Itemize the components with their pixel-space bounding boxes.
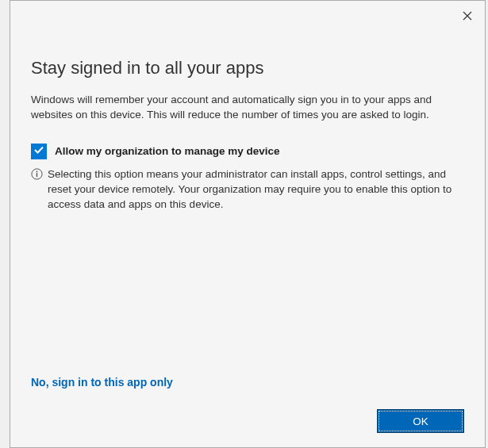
check-icon [33,144,44,159]
ok-button[interactable]: OK [377,409,464,433]
dialog-title: Stay signed in to all your apps [31,58,464,78]
info-text: Selecting this option means your adminis… [48,167,464,213]
manage-device-checkbox[interactable] [31,144,47,159]
signin-dialog: Stay signed in to all your apps Windows … [10,0,486,448]
svg-rect-2 [37,173,37,177]
info-row: Selecting this option means your adminis… [31,167,464,213]
svg-point-1 [37,170,38,172]
info-icon [31,168,43,180]
signin-app-only-link[interactable]: No, sign in to this app only [31,376,464,389]
manage-device-row: Allow my organization to manage my devic… [31,144,464,159]
close-button[interactable] [456,6,478,28]
button-row: OK [31,409,464,433]
close-icon [463,11,472,23]
manage-device-label: Allow my organization to manage my devic… [55,145,280,157]
dialog-description: Windows will remember your account and a… [31,93,464,123]
